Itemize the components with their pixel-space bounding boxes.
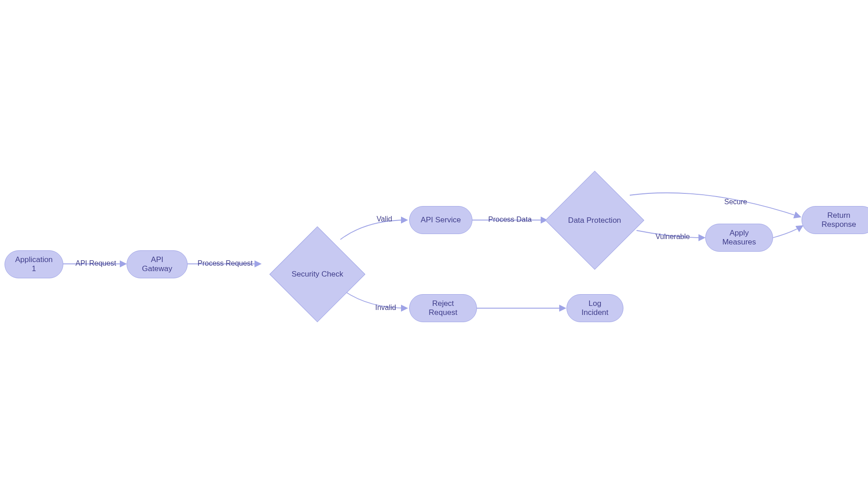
edge-label-vulnerable: Vulnerable xyxy=(656,233,690,241)
node-reject-request: Reject Request xyxy=(409,294,477,322)
node-log-incident: Log Incident xyxy=(566,294,623,322)
edge-label-process-data: Process Data xyxy=(488,216,532,224)
node-label: Data Protection xyxy=(568,216,621,225)
edge-label-api-request: API Request xyxy=(75,259,116,267)
node-api-gateway: API Gateway xyxy=(127,250,188,278)
node-label: Log Incident xyxy=(577,299,613,317)
node-label: Apply Measures xyxy=(716,229,763,247)
node-application-1: Application 1 xyxy=(5,250,63,278)
node-label: Security Check xyxy=(292,270,343,279)
node-label: Application 1 xyxy=(15,255,53,273)
edge-label-secure: Secure xyxy=(724,198,747,206)
node-label: Reject Request xyxy=(420,299,467,317)
node-label: API Gateway xyxy=(137,255,177,273)
node-api-service: API Service xyxy=(409,206,472,234)
edge-label-process-request: Process Request xyxy=(198,259,253,267)
node-label: API Service xyxy=(421,216,461,225)
node-return-response: Return Response xyxy=(802,206,868,234)
node-apply-measures: Apply Measures xyxy=(705,224,773,252)
edge-label-valid: Valid xyxy=(377,215,392,223)
node-label: Return Response xyxy=(812,211,866,229)
node-security-check: Security Check xyxy=(269,226,365,322)
edge-label-invalid: Invalid xyxy=(375,304,396,312)
node-data-protection: Data Protection xyxy=(545,171,644,270)
